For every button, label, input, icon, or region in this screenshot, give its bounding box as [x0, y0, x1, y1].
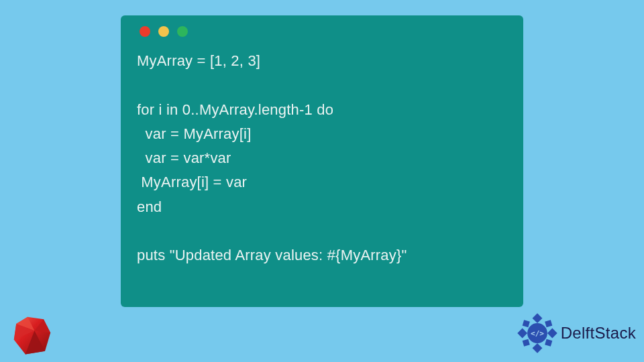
minimize-icon: [158, 26, 169, 37]
window-controls: [140, 26, 507, 37]
ruby-icon: [9, 312, 55, 358]
code-block: MyArray = [1, 2, 3] for i in 0..MyArray.…: [137, 49, 507, 268]
svg-marker-5: [545, 320, 552, 327]
code-window: MyArray = [1, 2, 3] for i in 0..MyArray.…: [121, 15, 523, 307]
maximize-icon: [177, 26, 188, 37]
svg-marker-3: [547, 328, 557, 339]
brand-logo: </> DelftStack: [517, 312, 636, 354]
brand-name: DelftStack: [561, 324, 636, 343]
svg-marker-7: [545, 339, 552, 347]
svg-marker-4: [522, 320, 529, 327]
svg-text:</>: </>: [531, 329, 544, 338]
brand-badge-icon: </>: [517, 312, 558, 354]
close-icon: [140, 26, 150, 37]
svg-marker-1: [532, 343, 542, 353]
svg-marker-0: [532, 313, 542, 323]
svg-marker-6: [522, 339, 529, 347]
svg-marker-2: [517, 328, 527, 339]
